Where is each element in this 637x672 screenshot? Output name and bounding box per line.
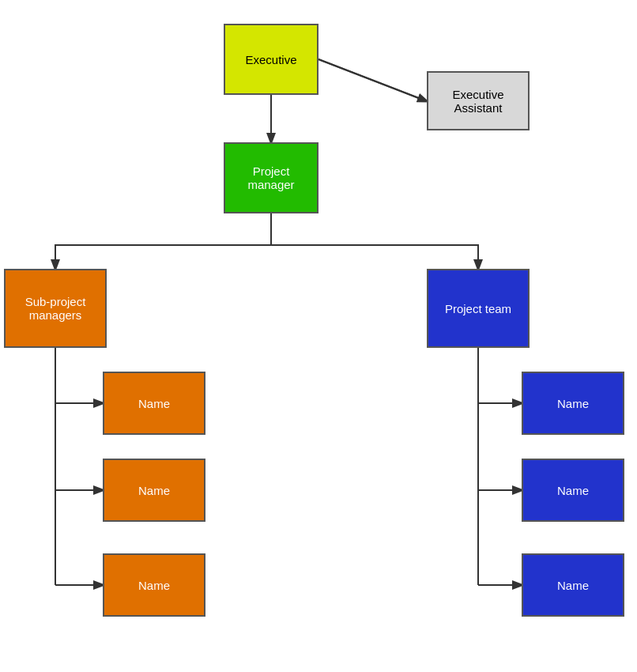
orange-name-3-box: Name [103, 553, 205, 617]
blue-name-1-box: Name [522, 372, 624, 435]
project-team-box: Project team [427, 269, 530, 348]
sub-project-managers-box: Sub-projectmanagers [4, 269, 107, 348]
orange-name-1-box: Name [103, 372, 205, 435]
project-manager-box: Projectmanager [224, 142, 318, 213]
blue-name-3-box: Name [522, 553, 624, 617]
executive-box: Executive [224, 24, 318, 95]
blue-name-2-box: Name [522, 459, 624, 522]
exec-assistant-box: ExecutiveAssistant [427, 71, 530, 130]
orange-name-2-box: Name [103, 459, 205, 522]
org-chart: Executive ExecutiveAssistant Projectmana… [0, 0, 637, 672]
svg-line-0 [318, 59, 427, 101]
